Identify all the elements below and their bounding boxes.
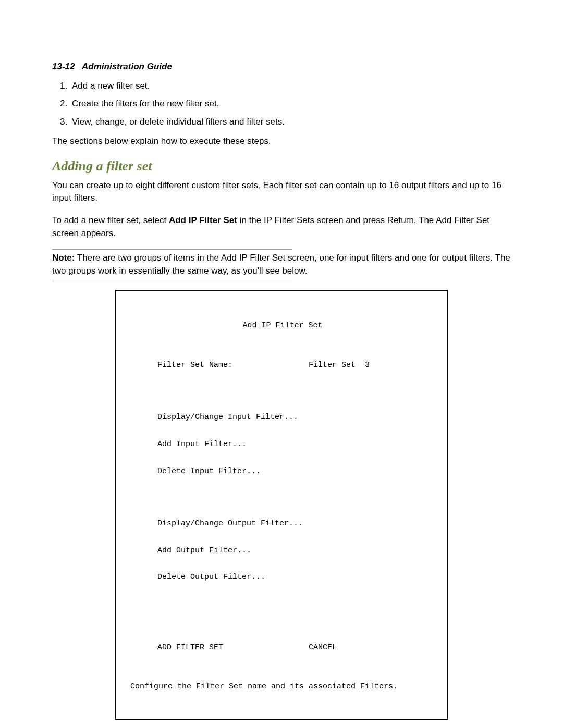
numbered-steps: Add a new filter set. Create the filters… [52,79,511,129]
terminal-hint: Configure the Filter Set name and its as… [126,682,439,691]
page-number: 13-12 [52,61,75,71]
text-span: To add a new filter set, select [52,215,169,225]
add-filter-set-action: ADD FILTER SET [157,643,309,652]
divider-line [52,280,292,280]
field-value: Filter Set 3 [309,361,370,369]
terminal-action-row: ADD FILTER SETCANCEL [126,643,439,652]
doc-title: Administration Guide [82,61,172,71]
body-paragraph: To add a new filter set, select Add IP F… [52,214,511,240]
field-label: Filter Set Name: [157,361,309,369]
terminal-menu-item: Add Input Filter... [126,440,439,449]
divider-line [52,249,292,250]
terminal-menu-item: Add Output Filter... [126,546,439,555]
list-item: Create the filters for the new filter se… [70,97,511,110]
note-label: Note: [52,253,75,263]
document-page: 13-12 Administration Guide Add a new fil… [0,0,563,728]
list-item: View, change, or delete individual filte… [70,115,511,129]
intro-paragraph: The sections below explain how to execut… [52,135,511,148]
terminal-menu-item: Delete Input Filter... [126,467,439,476]
note-paragraph: Note: There are two groups of items in t… [52,252,511,277]
terminal-title: Add IP Filter Set [126,321,439,330]
bold-text: Add IP Filter Set [169,215,237,225]
terminal-menu-item: Display/Change Input Filter... [126,413,439,422]
terminal-field-row: Filter Set Name:Filter Set 3 [126,361,439,369]
section-heading: Adding a filter set [52,158,511,174]
terminal-menu-item: Delete Output Filter... [126,573,439,582]
body-paragraph: You can create up to eight different cus… [52,179,511,205]
terminal-screenshot: Add IP Filter Set Filter Set Name:Filter… [115,290,448,720]
cancel-action: CANCEL [309,643,337,652]
list-item: Add a new filter set. [70,79,511,93]
running-header: 13-12 Administration Guide [52,61,511,72]
note-body: There are two groups of items in the Add… [52,253,510,276]
terminal-menu-item: Display/Change Output Filter... [126,519,439,528]
